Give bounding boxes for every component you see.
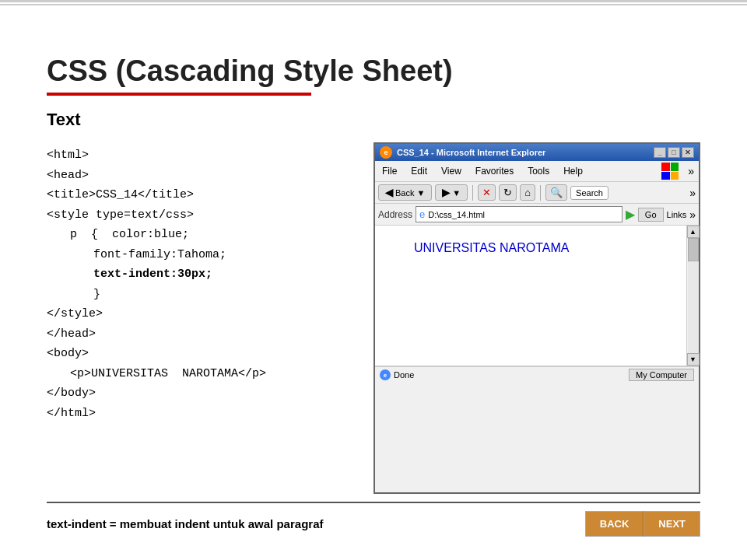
addressbar-expand-icon[interactable]: »: [689, 208, 696, 221]
menu-edit[interactable]: Edit: [409, 165, 430, 177]
code-line-9: </style>: [47, 304, 350, 324]
status-done-text: Done: [394, 370, 414, 380]
search-box[interactable]: Search: [570, 186, 608, 200]
menu-tools[interactable]: Tools: [525, 165, 552, 177]
minimize-button[interactable]: _: [654, 147, 666, 158]
ie-icon: e: [380, 146, 392, 159]
code-line-1: <html>: [47, 145, 350, 166]
home-button[interactable]: ⌂: [520, 184, 535, 201]
code-line-2: <head>: [47, 166, 350, 186]
close-button[interactable]: ✕: [682, 147, 694, 158]
status-left: e Done: [380, 369, 414, 380]
menu-view[interactable]: View: [439, 165, 464, 177]
windows-logo: [661, 163, 679, 180]
back-button[interactable]: ◀ Back ▼: [378, 184, 432, 201]
win-logo-q2: [671, 163, 679, 171]
address-value: D:\css_14.html: [428, 210, 485, 219]
browser-mockup: e CSS_14 - Microsoft Internet Explorer _…: [374, 142, 700, 494]
win-logo-q3: [661, 172, 670, 180]
win-logo-q1: [661, 163, 670, 171]
search-label: Search: [576, 188, 603, 198]
code-line-14: </html>: [47, 404, 350, 424]
address-label: Address: [378, 209, 412, 220]
scrollbar-up-button[interactable]: ▲: [687, 226, 700, 238]
main-title: CSS (Cascading Style Sheet): [47, 54, 700, 88]
code-line-5: p { color:blue;: [70, 225, 350, 245]
section-title: Text: [47, 110, 700, 130]
browser-content: UNIVERSITAS NAROTAMA: [375, 226, 686, 366]
code-line-4: <style type=text/css>: [47, 205, 350, 226]
top-decorative-lines: [0, 0, 747, 5]
menu-help[interactable]: Help: [561, 165, 585, 177]
back-label: Back: [395, 188, 414, 198]
browser-statusbar: e Done My Computer: [375, 366, 699, 383]
back-nav-button[interactable]: BACK: [585, 511, 644, 537]
code-line-13: </body>: [47, 383, 350, 404]
code-line-7: text-indent:30px;: [93, 264, 350, 285]
stop-button[interactable]: ✕: [478, 184, 496, 201]
scrollbar-thumb[interactable]: [688, 238, 699, 261]
bottom-section: text-indent = membuat indent untuk awal …: [47, 502, 700, 537]
windows-logo-area: [661, 163, 679, 180]
address-field[interactable]: e D:\css_14.html: [416, 206, 622, 222]
toolbar-expand-icon[interactable]: »: [688, 165, 694, 177]
menu-file[interactable]: File: [380, 165, 399, 177]
back-arrow-icon: ◀: [385, 187, 393, 198]
browser-main-area: UNIVERSITAS NAROTAMA ▲ ▼: [375, 226, 699, 366]
code-line-6: font-family:Tahoma;: [93, 245, 350, 265]
address-arrow-icon: ▶: [626, 207, 635, 222]
menu-favorites[interactable]: Favorites: [473, 165, 516, 177]
toolbar-separator-2: [540, 185, 541, 201]
code-line-10: </head>: [47, 324, 350, 345]
titlebar-left: e CSS_14 - Microsoft Internet Explorer: [380, 146, 545, 159]
title-underline: [47, 93, 311, 96]
code-line-11: <body>: [47, 344, 350, 364]
address-ie-icon: e: [419, 208, 425, 220]
win-logo-q4: [671, 172, 679, 180]
code-line-8: }: [93, 285, 350, 305]
browser-scrollbar[interactable]: ▲ ▼: [686, 226, 699, 366]
browser-addressbar: Address e D:\css_14.html ▶ Go Links »: [375, 204, 699, 226]
bottom-note: text-indent = membuat indent untuk awal …: [47, 517, 323, 530]
next-nav-button[interactable]: NEXT: [644, 511, 700, 537]
code-line-12: <p>UNIVERSITAS NAROTAMA</p>: [70, 364, 350, 384]
browser-toolbar: ◀ Back ▼ ▶ ▼ ✕ ↻ ⌂ 🔍 Search »: [375, 182, 699, 204]
browser-titlebar: e CSS_14 - Microsoft Internet Explorer _…: [375, 144, 699, 161]
links-label[interactable]: Links: [667, 210, 687, 219]
toolbar-separator-1: [472, 185, 473, 201]
browser-page-text: UNIVERSITAS NAROTAMA: [391, 241, 569, 255]
toolbar-expand-right-icon[interactable]: »: [689, 187, 696, 199]
content-area: <html> <head> <title>CSS_14</title> <sty…: [47, 142, 700, 494]
code-block: <html> <head> <title>CSS_14</title> <sty…: [47, 142, 350, 494]
forward-arrow-icon: ▶: [442, 187, 450, 198]
maximize-button[interactable]: □: [668, 147, 680, 158]
browser-title: CSS_14 - Microsoft Internet Explorer: [397, 148, 545, 157]
forward-button[interactable]: ▶ ▼: [435, 184, 468, 201]
scrollbar-down-button[interactable]: ▼: [687, 353, 700, 366]
titlebar-buttons[interactable]: _ □ ✕: [654, 147, 694, 158]
refresh-button[interactable]: ↻: [499, 184, 517, 201]
slide-container: CSS (Cascading Style Sheet) Text <html> …: [0, 0, 747, 560]
back-dropdown-icon: ▼: [416, 188, 425, 198]
search-magnifier-btn[interactable]: 🔍: [545, 184, 567, 201]
status-computer: My Computer: [629, 369, 694, 381]
forward-dropdown-icon: ▼: [452, 188, 461, 198]
status-ie-icon: e: [380, 369, 391, 380]
browser-menubar: File Edit View Favorites Tools Help »: [375, 161, 699, 182]
code-line-3: <title>CSS_14</title>: [47, 185, 350, 205]
go-button[interactable]: Go: [638, 208, 664, 222]
nav-buttons: BACK NEXT: [585, 511, 700, 537]
scrollbar-track: [688, 238, 699, 353]
